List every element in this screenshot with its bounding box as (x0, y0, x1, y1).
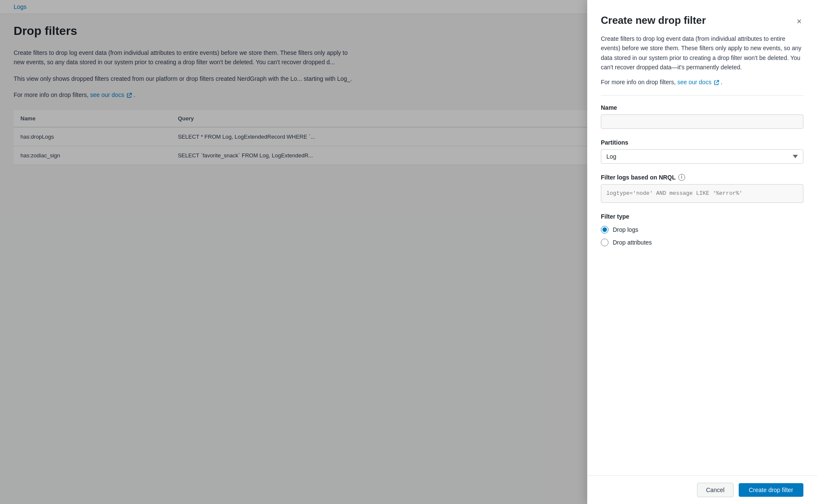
panel-header: Create new drop filter × (587, 0, 817, 34)
nrql-label: Filter logs based on NRQL (601, 174, 676, 181)
name-input[interactable] (601, 114, 803, 129)
radio-drop-logs[interactable] (601, 226, 608, 233)
divider (601, 95, 803, 96)
radio-item-drop-logs[interactable]: Drop logs (601, 226, 803, 233)
info-icon[interactable]: i (678, 174, 685, 181)
panel-body: Create filters to drop log event data (f… (587, 34, 817, 476)
filter-type-label: Filter type (601, 213, 803, 220)
nrql-input[interactable] (601, 184, 803, 203)
create-filter-panel: Create new drop filter × Create filters … (587, 0, 817, 504)
create-button[interactable]: Create drop filter (739, 483, 803, 497)
partitions-field-group: Partitions Log (601, 139, 803, 164)
panel-docs: For more info on drop filters, see our d… (601, 77, 803, 87)
panel-title: Create new drop filter (601, 14, 706, 27)
partitions-select[interactable]: Log (601, 149, 803, 164)
panel-description: Create filters to drop log event data (f… (601, 34, 803, 72)
radio-group: Drop logs Drop attributes (601, 226, 803, 246)
docs-prefix: For more info on drop filters, (601, 79, 676, 85)
name-field-group: Name (601, 104, 803, 129)
name-label: Name (601, 104, 803, 111)
radio-label-drop-attributes: Drop attributes (613, 239, 652, 246)
radio-item-drop-attributes[interactable]: Drop attributes (601, 239, 803, 246)
panel-footer: Cancel Create drop filter (587, 476, 817, 504)
nrql-label-row: Filter logs based on NRQL i (601, 174, 803, 181)
partitions-label: Partitions (601, 139, 803, 146)
filter-type-group: Filter type Drop logs Drop attributes (601, 213, 803, 246)
cancel-button[interactable]: Cancel (697, 483, 734, 497)
nrql-field-group: Filter logs based on NRQL i (601, 174, 803, 203)
close-button[interactable]: × (795, 15, 803, 27)
radio-drop-attributes[interactable] (601, 239, 608, 246)
radio-label-drop-logs: Drop logs (613, 226, 638, 233)
panel-docs-link[interactable]: see our docs (677, 79, 721, 85)
